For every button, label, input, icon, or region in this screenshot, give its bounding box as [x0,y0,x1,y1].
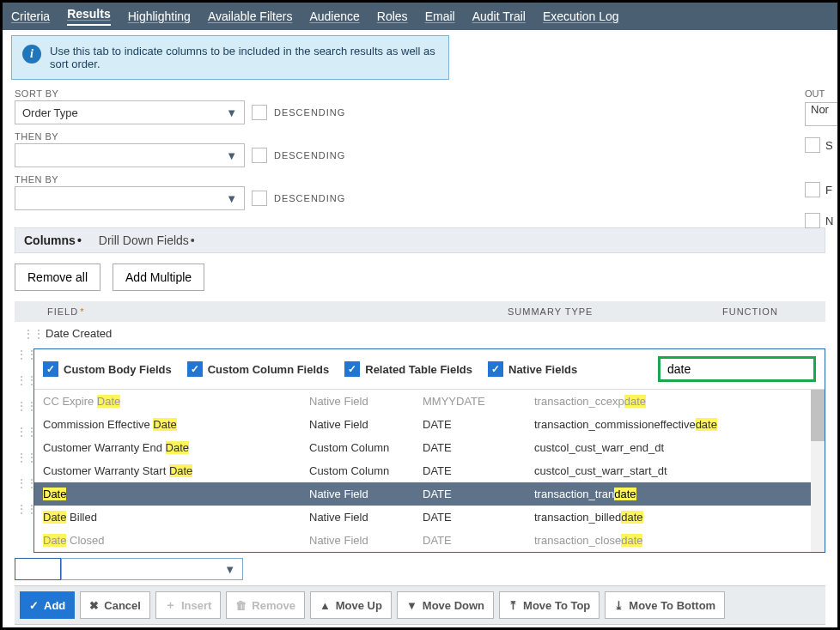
field-datatype: MMYYDATE [423,395,534,408]
nav-audit-trail[interactable]: Audit Trail [472,9,526,23]
arrow-up-icon: ▲ [320,599,331,612]
drag-handle-icon[interactable]: ⋮⋮ [16,451,30,463]
scroll-thumb[interactable] [811,390,825,441]
cancel-button[interactable]: ✖Cancel [80,591,150,619]
field-option-row[interactable]: Commission Effective DateNative FieldDAT… [34,413,825,436]
move-up-button[interactable]: ▲Move Up [310,591,392,619]
chevron-down-icon: ▼ [226,106,237,119]
nav-roles[interactable]: Roles [377,9,408,23]
field-name: Commission Effective Date [43,418,309,431]
scrollbar[interactable] [811,390,825,552]
move-top-button[interactable]: ⤒Move To Top [499,591,600,619]
nav-highlighting[interactable]: Highlighting [128,9,191,23]
add-multiple-button[interactable]: Add Multiple [113,264,204,291]
remove-button[interactable]: 🗑Remove [226,591,305,619]
move-bottom-button[interactable]: ⤓Move To Bottom [605,591,725,619]
field-datatype: DATE [423,534,534,547]
field-datatype: DATE [423,441,534,454]
field-datatype: DATE [423,464,534,477]
field-option-row[interactable]: CC Expire DateNative FieldMMYYDATEtransa… [34,390,825,413]
nav-email[interactable]: Email [425,9,455,23]
subtab-drill-down[interactable]: Drill Down Fields• [99,233,195,247]
arrow-top-icon: ⤒ [508,599,518,612]
field-option-row[interactable]: DateNative FieldDATEtransaction_trandate [34,482,825,506]
checkbox-checked-icon: ✓ [187,361,203,377]
field-source: Custom Column [309,464,423,477]
then-by-1-label: THEN BY [15,131,825,142]
close-icon: ✖ [89,599,99,612]
field-picker-list: CC Expire DateNative FieldMMYYDATEtransa… [34,390,825,552]
field-name: CC Expire Date [43,395,309,408]
field-datatype: DATE [423,418,534,431]
drag-handle-icon[interactable]: ⋮⋮ [16,400,30,412]
field-id: transaction_ccexpdate [534,395,816,408]
new-column-text[interactable] [15,558,61,580]
field-option-row[interactable]: Date BilledNative FieldDATEtransaction_b… [34,506,825,529]
n-label: N [825,215,833,227]
drag-handle-icon[interactable]: ⋮⋮ [16,426,30,438]
f-checkbox[interactable] [805,182,820,197]
field-datatype: DATE [423,488,534,500]
then-by-1-dropdown[interactable]: ▼ [15,143,245,167]
descending-1-checkbox[interactable] [252,105,267,120]
f-label: F [825,184,832,197]
field-id: custcol_cust_warr_start_dt [534,464,816,477]
field-option-row[interactable]: Date ClosedNative FieldDATEtransaction_c… [34,529,825,552]
nav-audience[interactable]: Audience [309,9,359,23]
output-label: OUT [805,88,837,99]
nav-criteria[interactable]: Criteria [11,9,50,23]
field-source: Native Field [309,511,423,524]
field-name: Date Billed [43,511,309,524]
nav-execution-log[interactable]: Execution Log [543,9,619,23]
then-by-2-dropdown[interactable]: ▼ [15,186,245,210]
field-option-row[interactable]: Customer Warranty Start DateCustom Colum… [34,459,825,482]
output-dropdown[interactable]: Nor [805,102,837,126]
move-down-button[interactable]: ▼Move Down [397,591,494,619]
nav-results[interactable]: Results [67,7,111,26]
descending-3-checkbox[interactable] [252,191,267,206]
filter-native[interactable]: ✓ Native Fields [488,361,577,377]
remove-all-button[interactable]: Remove all [15,264,100,291]
drag-handle-icon[interactable]: ⋮⋮ [16,348,30,360]
field-datatype: DATE [423,511,534,524]
descending-2-label: DESCENDING [274,150,345,161]
new-column-dropdown[interactable]: ▼ [61,558,243,580]
field-id: custcol_cust_warr_end_dt [534,441,816,454]
columns-table-header: FIELD* SUMMARY TYPE FUNCTION [15,301,825,322]
plus-icon: ＋ [165,597,176,613]
filter-custom-column[interactable]: ✓ Custom Column Fields [187,361,330,377]
then-by-2-label: THEN BY [15,174,825,185]
right-edge-panel: OUT Nor S F N [805,88,837,239]
checkbox-checked-icon: ✓ [344,361,360,377]
n-checkbox[interactable] [805,213,820,228]
field-id: transaction_billeddate [534,511,816,524]
field-source: Native Field [309,534,423,547]
field-name: Customer Warranty Start Date [43,464,309,477]
sort-by-dropdown[interactable]: Order Type ▼ [15,100,245,124]
column-row[interactable]: ⋮⋮ Date Created [15,322,825,345]
s-checkbox[interactable] [805,137,820,153]
filter-custom-body[interactable]: ✓ Custom Body Fields [43,361,172,377]
subtab-columns[interactable]: Columns• [24,233,82,247]
field-option-row[interactable]: Customer Warranty End DateCustom ColumnD… [34,436,825,459]
th-function: FUNCTION [722,306,817,317]
add-button[interactable]: ✓Add [20,591,75,619]
drag-handle-icon[interactable]: ⋮⋮ [16,374,30,386]
drag-handle-icon[interactable]: ⋮⋮ [23,328,37,340]
info-icon: i [22,45,41,64]
field-search-input[interactable] [667,359,807,379]
insert-button[interactable]: ＋Insert [155,591,221,619]
descending-3-label: DESCENDING [274,193,345,203]
trash-icon: 🗑 [235,599,247,612]
nav-available-filters[interactable]: Available Filters [208,9,293,23]
filter-related-table[interactable]: ✓ Related Table Fields [344,361,472,377]
descending-2-checkbox[interactable] [252,148,267,163]
s-label: S [825,139,833,152]
drag-handle-icon[interactable]: ⋮⋮ [16,477,30,489]
drag-handle-icon[interactable]: ⋮⋮ [16,503,30,515]
field-name: Date Closed [43,534,309,547]
th-field: FIELD [47,306,78,317]
field-id: transaction_commissioneffectivedate [534,418,816,431]
chevron-down-icon: ▼ [226,149,237,162]
info-banner: i Use this tab to indicate columns to be… [11,35,449,80]
